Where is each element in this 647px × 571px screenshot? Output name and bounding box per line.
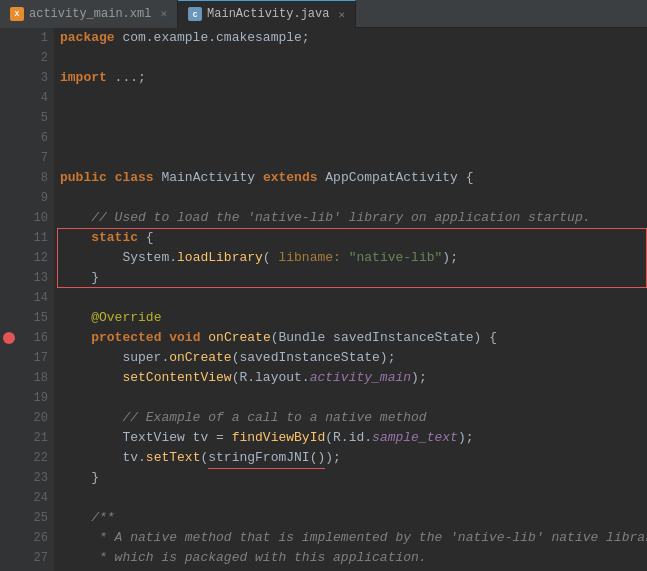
gutter-line-7 (0, 148, 18, 168)
gutter-line-25 (0, 508, 18, 528)
gutter-line-16 (0, 328, 18, 348)
line-num-17: 17 (18, 348, 48, 368)
gutter-line-23 (0, 468, 18, 488)
code-line-18: setContentView(R.layout.activity_main); (60, 368, 647, 388)
code-line-3: import ...; (60, 68, 647, 88)
line-num-2: 2 (18, 48, 48, 68)
line-num-18: 18 (18, 368, 48, 388)
code-line-26: * A native method that is implemented by… (60, 528, 647, 548)
gutter-line-21 (0, 428, 18, 448)
code-line-6 (60, 128, 647, 148)
code-line-19 (60, 388, 647, 408)
code-line-9 (60, 188, 647, 208)
line-num-19: 19 (18, 388, 48, 408)
code-line-14 (60, 288, 647, 308)
code-line-13: } (60, 268, 647, 288)
gutter-line-1 (0, 28, 18, 48)
line-numbers: 1 2 3 4 5 6 7 8 9 10 11 12 13 14 15 16 1… (18, 28, 54, 571)
line-num-26: 26 (18, 528, 48, 548)
tab-xml-close[interactable]: ✕ (160, 7, 167, 20)
gutter-line-14 (0, 288, 18, 308)
code-line-4 (60, 88, 647, 108)
code-line-20: // Example of a call to a native method (60, 408, 647, 428)
code-line-27: * which is packaged with this applicatio… (60, 548, 647, 568)
code-line-5 (60, 108, 647, 128)
line-num-6: 6 (18, 128, 48, 148)
tab-bar: X activity_main.xml ✕ C MainActivity.jav… (0, 0, 647, 28)
gutter-line-4 (0, 88, 18, 108)
code-line-7 (60, 148, 647, 168)
line-num-4: 4 (18, 88, 48, 108)
code-line-1: package com.example.cmakesample; (60, 28, 647, 48)
gutter-line-20 (0, 408, 18, 428)
line-num-22: 22 (18, 448, 48, 468)
gutter-line-13 (0, 268, 18, 288)
gutter-line-3 (0, 68, 18, 88)
breakpoint-icon[interactable] (3, 332, 15, 344)
tab-xml[interactable]: X activity_main.xml ✕ (0, 0, 178, 28)
tab-java-label: MainActivity.java (207, 7, 329, 21)
line-num-13: 13 (18, 268, 48, 288)
gutter-line-6 (0, 128, 18, 148)
code-line-10: // Used to load the 'native-lib' library… (60, 208, 647, 228)
gutter (0, 28, 18, 571)
gutter-line-10 (0, 208, 18, 228)
gutter-line-22 (0, 448, 18, 468)
line-num-23: 23 (18, 468, 48, 488)
line-num-7: 7 (18, 148, 48, 168)
code-line-23: } (60, 468, 647, 488)
code-line-21: TextView tv = findViewById(R.id.sample_t… (60, 428, 647, 448)
code-line-15: @Override (60, 308, 647, 328)
gutter-line-12 (0, 248, 18, 268)
line-num-12: 12 (18, 248, 48, 268)
gutter-line-27 (0, 548, 18, 568)
line-num-9: 9 (18, 188, 48, 208)
code-line-12: System.loadLibrary( libname: "native-lib… (60, 248, 647, 268)
line-num-20: 20 (18, 408, 48, 428)
line-num-21: 21 (18, 428, 48, 448)
line-num-10: 10 (18, 208, 48, 228)
gutter-line-11 (0, 228, 18, 248)
line-num-14: 14 (18, 288, 48, 308)
code-line-11: static { (60, 228, 647, 248)
tab-java-close[interactable]: ✕ (338, 8, 345, 21)
tab-xml-label: activity_main.xml (29, 7, 151, 21)
gutter-line-26 (0, 528, 18, 548)
line-num-15: 15 (18, 308, 48, 328)
line-num-5: 5 (18, 108, 48, 128)
line-num-16: 16 (18, 328, 48, 348)
code-line-25: /** (60, 508, 647, 528)
code-area: 1 2 3 4 5 6 7 8 9 10 11 12 13 14 15 16 1… (0, 28, 647, 571)
gutter-line-2 (0, 48, 18, 68)
java-file-icon: C (188, 7, 202, 21)
gutter-line-17 (0, 348, 18, 368)
gutter-line-15 (0, 308, 18, 328)
line-num-11: 11 (18, 228, 48, 248)
line-num-1: 1 (18, 28, 48, 48)
line-num-24: 24 (18, 488, 48, 508)
line-num-25: 25 (18, 508, 48, 528)
kw-package: package (60, 28, 115, 48)
kw-import: import (60, 68, 107, 88)
code-line-8: public class MainActivity extends AppCom… (60, 168, 647, 188)
tab-java[interactable]: C MainActivity.java ✕ (178, 0, 356, 28)
editor-container: X activity_main.xml ✕ C MainActivity.jav… (0, 0, 647, 571)
code-line-24 (60, 488, 647, 508)
code-line-17: super.onCreate(savedInstanceState); (60, 348, 647, 368)
string-from-jni-ref: stringFromJNI() (208, 448, 325, 469)
code-content[interactable]: package com.example.cmakesample; import … (54, 28, 647, 571)
gutter-line-19 (0, 388, 18, 408)
code-line-16: protected void onCreate(Bundle savedInst… (60, 328, 647, 348)
static-block-highlight: static { System.loadLibrary( libname: "n… (60, 228, 647, 288)
gutter-line-8 (0, 168, 18, 188)
code-line-2 (60, 48, 647, 68)
gutter-line-24 (0, 488, 18, 508)
xml-file-icon: X (10, 7, 24, 21)
gutter-line-18 (0, 368, 18, 388)
line-num-27: 27 (18, 548, 48, 568)
line-num-8: 8 (18, 168, 48, 188)
gutter-line-9 (0, 188, 18, 208)
line-num-3: 3 (18, 68, 48, 88)
gutter-line-5 (0, 108, 18, 128)
code-line-22: tv.setText(stringFromJNI()); (60, 448, 647, 468)
